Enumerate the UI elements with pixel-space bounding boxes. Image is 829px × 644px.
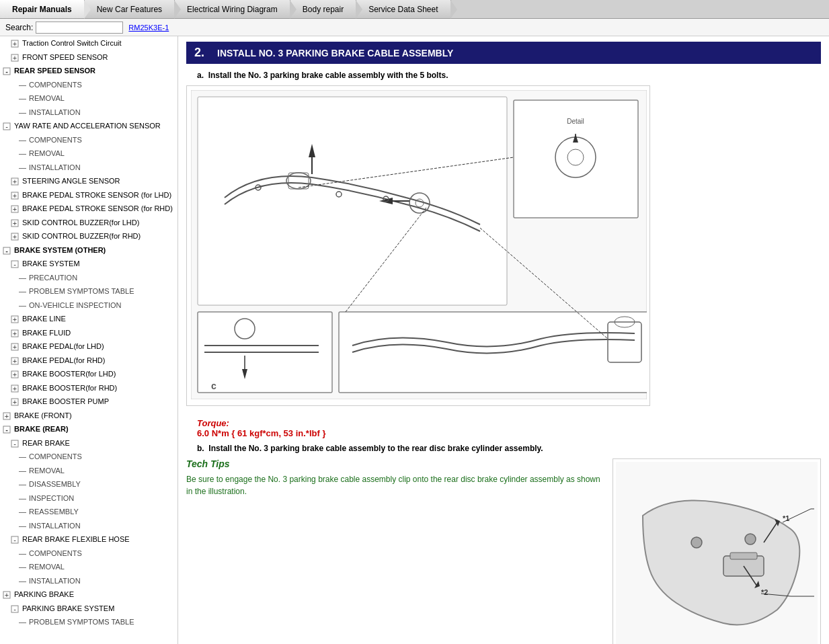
sidebar-item-24[interactable]: +BRAKE BOOSTER(for LHD) [0,367,177,381]
sidebar-item-16[interactable]: -BRAKE SYSTEM [0,257,177,271]
svg-text:+: + [13,343,17,351]
tree-expand-icon: + [11,190,21,200]
content-area: 2. INSTALL NO. 3 PARKING BRAKE CABLE ASS… [178,36,829,644]
svg-text:-: - [5,67,8,75]
sidebar-item-label: PARKING BRAKE SYSTEM [22,603,175,614]
sidebar-item-23[interactable]: +BRAKE PEDAL(for RHD) [0,354,177,368]
sidebar-item-41[interactable]: -PARKING BRAKE SYSTEM [0,602,177,616]
sidebar-item-42[interactable]: —PROBLEM SYMPTOMS TABLE [0,615,177,629]
svg-text:-: - [5,426,8,434]
sidebar-item-11[interactable]: +BRAKE PEDAL STROKE SENSOR (for LHD) [0,188,177,202]
sidebar-item-label: DISASSEMBLY [29,479,175,490]
sidebar-item-25[interactable]: +BRAKE BOOSTER(for RHD) [0,381,177,395]
sidebar-item-3[interactable]: —COMPONENTS [0,78,177,92]
tree-expand-icon: - [3,424,13,434]
sidebar-item-8[interactable]: —REMOVAL [0,147,177,161]
step-b-text: Install the No. 3 parking brake cable as… [208,444,543,453]
sidebar-item-28[interactable]: -BRAKE (REAR) [0,422,177,436]
sidebar-item-21[interactable]: +BRAKE FLUID [0,326,177,340]
sidebar-item-39[interactable]: —INSTALLATION [0,574,177,588]
sidebar-item-20[interactable]: +BRAKE LINE [0,312,177,326]
svg-text:+: + [13,40,17,48]
step-title: INSTALL NO. 3 PARKING BRAKE CABLE ASSEMB… [217,48,453,58]
tree-leaf-dash: — [19,465,26,477]
sidebar-item-10[interactable]: +STEERING ANGLE SENSOR [0,174,177,188]
tree-leaf-dash: — [19,616,26,628]
tree-expand-icon: - [11,259,21,269]
tree-expand-icon: + [11,314,21,324]
nav-service-data[interactable]: Service Data Sheet [356,0,450,18]
sidebar-item-31[interactable]: —REMOVAL [0,464,177,478]
nav-repair-manuals-label: Repair Manuals [12,5,72,14]
sidebar-item-29[interactable]: -REAR BRAKE [0,436,177,450]
sidebar-item-5[interactable]: —INSTALLATION [0,106,177,120]
nav-new-car-features[interactable]: New Car Features [85,0,175,18]
search-id-link[interactable]: RM25K3E-1 [128,24,169,32]
nav-electrical-wiring-label: Electrical Wiring Diagram [187,5,278,14]
sidebar-item-19[interactable]: —ON-VEHICLE INSPECTION [0,298,177,313]
sidebar-item-label: BRAKE BOOSTER PUMP [22,396,175,407]
tree-leaf-dash: — [19,561,26,573]
sidebar-item-label: BRAKE PEDAL(for RHD) [22,355,175,366]
tree-leaf-dash: — [19,300,26,311]
step-a-letter: a. [197,71,206,80]
sidebar-item-18[interactable]: —PROBLEM SYMPTOMS TABLE [0,284,177,298]
sidebar-item-12[interactable]: +BRAKE PEDAL STROKE SENSOR (for RHD) [0,202,177,216]
sidebar-item-label: REAR BRAKE [22,438,175,449]
sidebar-item-6[interactable]: -YAW RATE AND ACCELERATION SENSOR [0,119,177,133]
sidebar-item-30[interactable]: —COMPONENTS [0,450,177,464]
svg-text:+: + [13,205,17,213]
sidebar-item-label: COMPONENTS [29,79,175,91]
sidebar-item-27[interactable]: +BRAKE (FRONT) [0,409,177,423]
sidebar-item-label: SKID CONTROL BUZZER(for RHD) [22,231,175,242]
sidebar-item-32[interactable]: —DISASSEMBLY [0,477,177,491]
sidebar-item-13[interactable]: +SKID CONTROL BUZZER(for LHD) [0,216,177,230]
svg-point-81 [691,537,702,548]
sidebar-item-9[interactable]: —INSTALLATION [0,161,177,175]
nav-repair-manuals[interactable]: Repair Manuals [0,0,85,18]
sidebar-item-2[interactable]: -REAR SPEED SENSOR [0,64,177,78]
nav-body-repair[interactable]: Body repair [290,0,356,18]
sidebar-item-label: REMOVAL [29,93,175,104]
svg-point-82 [745,534,756,545]
tree-expand-icon: - [3,66,13,76]
sidebar-item-36[interactable]: -REAR BRAKE FLEXIBLE HOSE [0,532,177,547]
sidebar-item-1[interactable]: +FRONT SPEED SENSOR [0,50,177,65]
sidebar-item-38[interactable]: —REMOVAL [0,560,177,574]
sidebar-item-34[interactable]: —REASSEMBLY [0,505,177,519]
svg-text:-: - [5,247,8,255]
sidebar-item-label: YAW RATE AND ACCELERATION SENSOR [14,120,175,132]
step-b: b. Install the No. 3 parking brake cable… [197,444,821,453]
tech-tips-text: Be sure to engage the No. 3 parking brak… [186,473,604,497]
sidebar-item-26[interactable]: +BRAKE BOOSTER PUMP [0,395,177,409]
tree-expand-icon: - [11,604,21,614]
sidebar-item-40[interactable]: +PARKING BRAKE [0,588,177,602]
sidebar-item-4[interactable]: —REMOVAL [0,91,177,106]
nav-electrical-wiring[interactable]: Electrical Wiring Diagram [175,0,290,18]
tree-expand-icon: + [11,52,21,63]
svg-text:+: + [13,357,17,365]
sidebar-item-label: PRECAUTION [29,272,175,284]
sidebar-item-22[interactable]: +BRAKE PEDAL(for LHD) [0,339,177,354]
sidebar-item-label: PROBLEM SYMPTOMS TABLE [29,286,175,297]
sidebar-item-14[interactable]: +SKID CONTROL BUZZER(for RHD) [0,229,177,243]
sidebar-item-37[interactable]: —COMPONENTS [0,547,177,561]
tree-leaf-dash: — [19,506,26,518]
svg-text:+: + [13,398,17,406]
sidebar-item-35[interactable]: —INSTALLATION [0,519,177,533]
tree-leaf-dash: — [19,148,26,159]
sidebar-item-7[interactable]: —COMPONENTS [0,133,177,147]
tree-leaf-dash: — [19,286,26,297]
svg-text:*2: *2 [761,588,768,596]
sidebar-item-label: REAR BRAKE FLEXIBLE HOSE [22,534,175,545]
search-input[interactable] [36,22,123,34]
step-number: 2. [194,46,208,60]
tree-expand-icon: + [11,204,21,214]
svg-rect-71 [339,312,647,393]
sidebar-item-33[interactable]: —INSPECTION [0,491,177,506]
sidebar-item-15[interactable]: -BRAKE SYSTEM (OTHER) [0,243,177,257]
sidebar-item-label: BRAKE SYSTEM [22,258,175,270]
sidebar-item-0[interactable]: +Traction Control Switch Circuit [0,36,177,50]
nav-body-repair-label: Body repair [303,5,344,14]
sidebar-item-17[interactable]: —PRECAUTION [0,271,177,285]
